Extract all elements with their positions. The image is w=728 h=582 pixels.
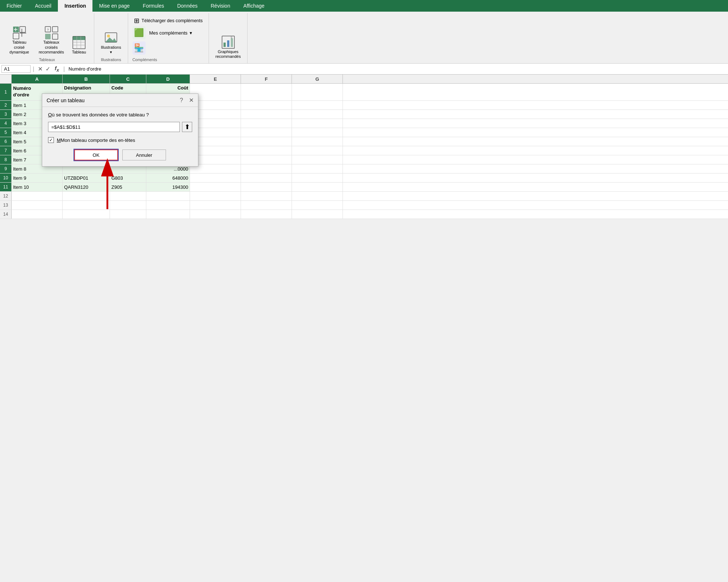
cell-d11[interactable]: 194300 — [146, 183, 190, 191]
cell-g2[interactable] — [292, 101, 343, 109]
col-header-d[interactable]: D — [146, 75, 190, 83]
cell-f11[interactable] — [241, 183, 292, 191]
btn-illustrations[interactable]: Illustrations▾ — [99, 29, 123, 56]
dialog-collapse-button[interactable]: ⬆ — [182, 122, 192, 132]
tab-formules[interactable]: Formules — [136, 0, 170, 12]
formula-content[interactable]: Numéro d'ordre — [67, 66, 727, 72]
tab-fichier[interactable]: Fichier — [0, 0, 28, 12]
cell-a13[interactable] — [12, 201, 63, 210]
cell-f3[interactable] — [241, 110, 292, 119]
cell-e13[interactable] — [190, 201, 241, 210]
cell-g7[interactable] — [292, 146, 343, 155]
row-num-1[interactable]: 1 — [0, 84, 12, 100]
row-num-8[interactable]: 8 — [0, 155, 12, 164]
col-header-f[interactable]: F — [241, 75, 292, 83]
cell-d14[interactable] — [146, 210, 190, 219]
col-header-c[interactable]: C — [110, 75, 146, 83]
tab-accueil[interactable]: Accueil — [28, 0, 58, 12]
btn-tableaux-croises[interactable]: ? Tableaux croisésrecommandés — [36, 24, 66, 56]
cell-f8[interactable] — [241, 155, 292, 164]
cell-c12[interactable] — [110, 192, 146, 200]
col-header-a[interactable]: A — [12, 75, 63, 83]
cell-c10[interactable]: G803 — [110, 174, 146, 182]
cell-e12[interactable] — [190, 192, 241, 200]
row-num-5[interactable]: 5 — [0, 128, 12, 137]
dialog-close-button[interactable]: ✕ — [189, 97, 194, 104]
row-num-13[interactable]: 13 — [0, 201, 12, 210]
cell-g8[interactable] — [292, 155, 343, 164]
row-num-7[interactable]: 7 — [0, 146, 12, 155]
col-header-b[interactable]: B — [63, 75, 110, 83]
tab-affichage[interactable]: Affichage — [237, 0, 271, 12]
cell-g1[interactable] — [292, 84, 343, 100]
cell-b13[interactable] — [63, 201, 110, 210]
row-num-3[interactable]: 3 — [0, 110, 12, 119]
row-num-11[interactable]: 11 — [0, 183, 12, 191]
cell-g13[interactable] — [292, 201, 343, 210]
cell-f14[interactable] — [241, 210, 292, 219]
cell-reference-box[interactable]: A1 — [1, 65, 31, 73]
cell-g10[interactable] — [292, 174, 343, 182]
dialog-ok-button[interactable]: OK — [74, 150, 118, 160]
cell-g4[interactable] — [292, 119, 343, 128]
cell-d12[interactable] — [146, 192, 190, 200]
dialog-help-button[interactable]: ? — [180, 97, 183, 104]
tab-mise-en-page[interactable]: Mise en page — [92, 0, 136, 12]
row-num-14[interactable]: 14 — [0, 210, 12, 219]
dialog-cancel-button[interactable]: Annuler — [122, 150, 166, 160]
row-num-9[interactable]: 9 — [0, 164, 12, 173]
cell-a14[interactable] — [12, 210, 63, 219]
dialog-range-input[interactable] — [48, 122, 180, 132]
col-header-e[interactable]: E — [190, 75, 241, 83]
cell-f4[interactable] — [241, 119, 292, 128]
cell-g9[interactable] — [292, 164, 343, 173]
cell-f5[interactable] — [241, 128, 292, 137]
cell-b12[interactable] — [63, 192, 110, 200]
row-num-10[interactable]: 10 — [0, 174, 12, 182]
cell-g5[interactable] — [292, 128, 343, 137]
cell-f10[interactable] — [241, 174, 292, 182]
cell-a10[interactable]: Item 9 — [12, 174, 63, 182]
formula-confirm-icon[interactable]: ✓ — [46, 65, 50, 72]
cell-f6[interactable] — [241, 137, 292, 146]
cell-e11[interactable] — [190, 183, 241, 191]
cell-g11[interactable] — [292, 183, 343, 191]
cell-g12[interactable] — [292, 192, 343, 200]
btn-telecharger-complements[interactable]: ⊞ Télécharger des compléments — [132, 16, 204, 25]
cell-c14[interactable] — [110, 210, 146, 219]
tab-donnees[interactable]: Données — [171, 0, 204, 12]
cell-a11[interactable]: Item 10 — [12, 183, 63, 191]
btn-tableau[interactable]: Tableau — [68, 34, 90, 56]
dialog-checkbox[interactable]: ✓ — [48, 137, 54, 143]
cell-g3[interactable] — [292, 110, 343, 119]
formula-cancel-icon[interactable]: ✕ — [38, 65, 43, 72]
cell-c11[interactable]: Z905 — [110, 183, 146, 191]
cell-c13[interactable] — [110, 201, 146, 210]
row-num-4[interactable]: 4 — [0, 119, 12, 128]
row-num-12[interactable]: 12 — [0, 192, 12, 200]
btn-mes-complements[interactable]: Mes compléments ▾ — [148, 29, 194, 36]
cell-b10[interactable]: UTZBDP01 — [63, 174, 110, 182]
row-num-6[interactable]: 6 — [0, 137, 12, 146]
btn-tableau-croise[interactable]: Tableau croisédynamique — [4, 24, 34, 56]
cell-f12[interactable] — [241, 192, 292, 200]
cell-b14[interactable] — [63, 210, 110, 219]
col-header-g[interactable]: G — [292, 75, 343, 83]
cell-e14[interactable] — [190, 210, 241, 219]
cell-f9[interactable] — [241, 164, 292, 173]
cell-e10[interactable] — [190, 174, 241, 182]
cell-a12[interactable] — [12, 192, 63, 200]
cell-f7[interactable] — [241, 146, 292, 155]
cell-f13[interactable] — [241, 201, 292, 210]
cell-f1[interactable] — [241, 84, 292, 100]
row-num-2[interactable]: 2 — [0, 101, 12, 109]
cell-d13[interactable] — [146, 201, 190, 210]
cell-g6[interactable] — [292, 137, 343, 146]
cell-d10[interactable]: 648000 — [146, 174, 190, 182]
tab-insertion[interactable]: Insertion — [58, 0, 92, 12]
cell-b11[interactable]: QARN3120 — [63, 183, 110, 191]
cell-f2[interactable] — [241, 101, 292, 109]
btn-graphiques[interactable]: ? Graphiquesrecommandés — [213, 33, 243, 60]
tab-revision[interactable]: Révision — [204, 0, 237, 12]
cell-g14[interactable] — [292, 210, 343, 219]
